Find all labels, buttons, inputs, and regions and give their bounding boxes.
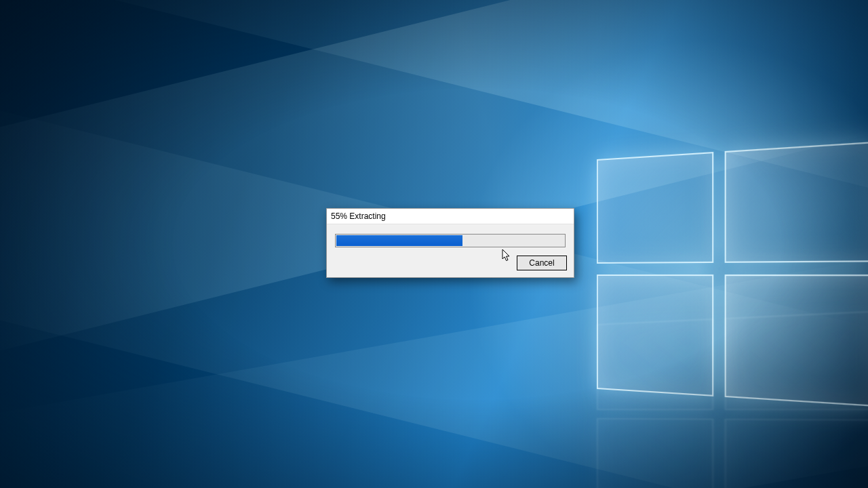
progress-bar <box>335 234 566 247</box>
progress-bar-fill <box>336 235 462 246</box>
desktop-wallpaper: 55% Extracting Cancel <box>0 0 868 488</box>
light-ray <box>0 253 868 488</box>
dialog-title: 55% Extracting <box>331 211 386 221</box>
windows-logo-reflection-icon <box>597 310 868 488</box>
dialog-titlebar[interactable]: 55% Extracting <box>327 209 574 224</box>
light-ray <box>26 0 868 207</box>
cancel-button-label: Cancel <box>529 258 554 268</box>
light-ray <box>0 0 868 361</box>
cancel-button[interactable]: Cancel <box>517 256 567 270</box>
extracting-dialog: 55% Extracting Cancel <box>326 208 574 278</box>
light-ray <box>0 100 868 488</box>
windows-logo-icon <box>597 141 868 407</box>
